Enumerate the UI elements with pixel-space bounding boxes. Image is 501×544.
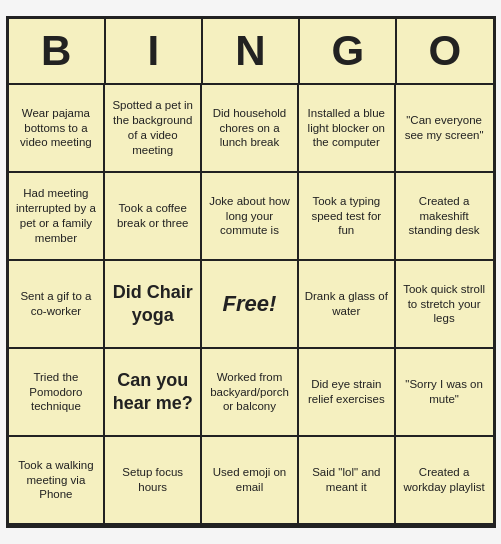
bingo-cell-21: Setup focus hours <box>105 437 202 525</box>
bingo-cell-23: Said "lol" and meant it <box>299 437 396 525</box>
bingo-cell-9: Created a makeshift standing desk <box>396 173 493 261</box>
bingo-cell-3: Installed a blue light blocker on the co… <box>299 85 396 173</box>
bingo-cell-2: Did household chores on a lunch break <box>202 85 299 173</box>
header-letter-i: I <box>106 19 203 83</box>
bingo-grid: Wear pajama bottoms to a video meetingSp… <box>9 83 493 525</box>
bingo-cell-18: Did eye strain relief exercises <box>299 349 396 437</box>
bingo-cell-7: Joke about how long your commute is <box>202 173 299 261</box>
bingo-cell-14: Took quick stroll to stretch your legs <box>396 261 493 349</box>
header-letter-n: N <box>203 19 300 83</box>
bingo-cell-16: Can you hear me? <box>105 349 202 437</box>
bingo-cell-13: Drank a glass of water <box>299 261 396 349</box>
bingo-cell-15: Tried the Pomodoro technique <box>9 349 106 437</box>
header-letter-b: B <box>9 19 106 83</box>
bingo-cell-17: Worked from backyard/porch or balcony <box>202 349 299 437</box>
bingo-cell-8: Took a typing speed test for fun <box>299 173 396 261</box>
bingo-cell-24: Created a workday playlist <box>396 437 493 525</box>
bingo-cell-22: Used emoji on email <box>202 437 299 525</box>
bingo-cell-1: Spotted a pet in the background of a vid… <box>105 85 202 173</box>
bingo-cell-11: Did Chair yoga <box>105 261 202 349</box>
bingo-cell-10: Sent a gif to a co-worker <box>9 261 106 349</box>
bingo-header: BINGO <box>9 19 493 83</box>
header-letter-g: G <box>300 19 397 83</box>
header-letter-o: O <box>397 19 492 83</box>
bingo-cell-4: "Can everyone see my screen" <box>396 85 493 173</box>
bingo-cell-5: Had meeting interrupted by a pet or a fa… <box>9 173 106 261</box>
bingo-card: BINGO Wear pajama bottoms to a video mee… <box>6 16 496 528</box>
bingo-cell-19: "Sorry I was on mute" <box>396 349 493 437</box>
bingo-cell-12: Free! <box>202 261 299 349</box>
bingo-cell-6: Took a coffee break or three <box>105 173 202 261</box>
bingo-cell-20: Took a walking meeting via Phone <box>9 437 106 525</box>
bingo-cell-0: Wear pajama bottoms to a video meeting <box>9 85 106 173</box>
